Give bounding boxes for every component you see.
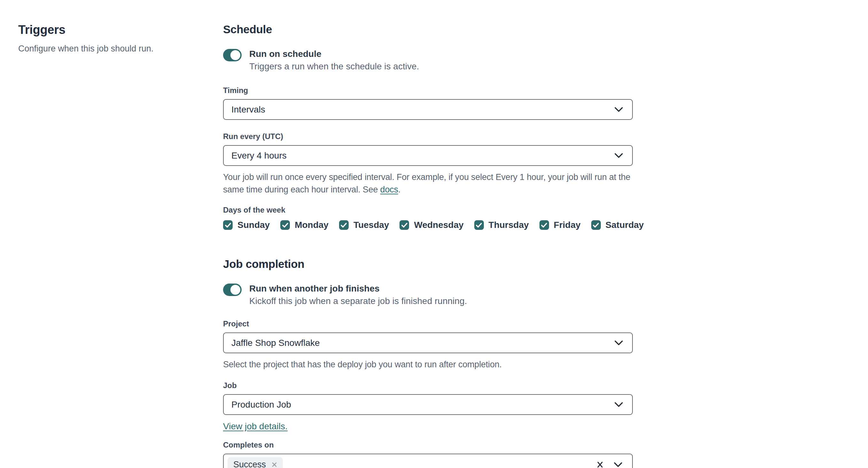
check-icon <box>593 223 598 227</box>
view-job-details-link[interactable]: View job details. <box>223 421 288 432</box>
run-when-job-finishes-label: Run when another job finishes <box>249 283 467 294</box>
run-when-job-finishes-row: Run when another job finishes Kickoff th… <box>223 283 633 307</box>
day-label: Friday <box>554 220 581 230</box>
help-text-before: Your job will run once every specified i… <box>223 172 630 194</box>
days-of-week-field: Days of the week Sunday Monday <box>223 206 633 230</box>
schedule-section: Schedule Run on schedule Triggers a run … <box>223 23 633 230</box>
timing-select[interactable]: Intervals <box>223 99 633 120</box>
check-icon <box>542 223 547 227</box>
day-label: Saturday <box>606 220 644 230</box>
job-completion-section: Job completion Run when another job fini… <box>223 258 633 468</box>
completes-on-multiselect[interactable]: Success <box>223 454 633 468</box>
day-option-wednesday: Wednesday <box>400 220 463 230</box>
job-field: Job Production Job View job details. <box>223 381 633 432</box>
section-intro: Triggers Configure when this job should … <box>0 23 223 468</box>
remove-tag-icon[interactable] <box>272 462 277 467</box>
chevron-down-icon[interactable] <box>614 153 623 158</box>
run-every-field: Run every (UTC) Every 4 hours Your job w… <box>223 132 633 196</box>
docs-link[interactable]: docs <box>380 185 398 194</box>
job-completion-heading: Job completion <box>223 258 633 271</box>
checkbox-wednesday[interactable] <box>400 220 409 230</box>
check-icon <box>476 223 481 227</box>
run-on-schedule-row: Run on schedule Triggers a run when the … <box>223 49 633 72</box>
run-every-select-value: Every 4 hours <box>231 151 287 161</box>
day-option-thursday: Thursday <box>474 220 529 230</box>
help-text-after: . <box>398 185 400 194</box>
chevron-down-icon[interactable] <box>614 340 623 346</box>
days-of-week-row: Sunday Monday Tuesday <box>223 220 633 230</box>
chevron-down-icon[interactable] <box>614 402 623 407</box>
checkbox-saturday[interactable] <box>591 220 601 230</box>
project-field: Project Jaffle Shop Snowflake Select the… <box>223 319 633 371</box>
day-label: Sunday <box>238 220 270 230</box>
run-every-label: Run every (UTC) <box>223 132 633 141</box>
day-label: Monday <box>294 220 329 230</box>
completes-on-tag-success: Success <box>227 457 283 468</box>
day-option-monday: Monday <box>280 220 329 230</box>
day-option-tuesday: Tuesday <box>339 220 389 230</box>
completes-on-field: Completes on Success <box>223 440 633 468</box>
job-label: Job <box>223 381 633 390</box>
toggle-knob <box>230 50 240 60</box>
project-help-text: Select the project that has the deploy j… <box>223 358 633 371</box>
triggers-form: Schedule Run on schedule Triggers a run … <box>223 23 633 468</box>
run-every-select[interactable]: Every 4 hours <box>223 145 633 166</box>
run-when-job-finishes-text: Run when another job finishes Kickoff th… <box>249 283 467 307</box>
timing-select-value: Intervals <box>231 104 265 115</box>
chevron-down-icon[interactable] <box>614 462 623 467</box>
check-icon <box>341 223 346 227</box>
check-icon <box>226 223 230 227</box>
checkbox-sunday[interactable] <box>223 220 232 230</box>
day-option-saturday: Saturday <box>591 220 644 230</box>
page-subtitle: Configure when this job should run. <box>18 44 223 54</box>
run-when-job-finishes-toggle[interactable] <box>223 284 242 296</box>
job-select[interactable]: Production Job <box>223 394 633 415</box>
day-option-sunday: Sunday <box>223 220 270 230</box>
project-label: Project <box>223 319 633 328</box>
checkbox-friday[interactable] <box>539 220 549 230</box>
day-label: Thursday <box>489 220 529 230</box>
checkbox-tuesday[interactable] <box>339 220 349 230</box>
job-select-value: Production Job <box>231 400 291 410</box>
day-option-friday: Friday <box>539 220 581 230</box>
page-title: Triggers <box>18 23 223 37</box>
run-on-schedule-text: Run on schedule Triggers a run when the … <box>249 49 419 72</box>
checkbox-monday[interactable] <box>280 220 290 230</box>
clear-selection-icon[interactable] <box>597 461 603 468</box>
check-icon <box>402 223 407 227</box>
run-on-schedule-description: Triggers a run when the schedule is acti… <box>249 61 419 72</box>
day-label: Wednesday <box>414 220 463 230</box>
project-select[interactable]: Jaffle Shop Snowflake <box>223 333 633 353</box>
run-on-schedule-label: Run on schedule <box>249 49 419 59</box>
schedule-heading: Schedule <box>223 23 633 36</box>
chevron-down-icon[interactable] <box>614 107 623 112</box>
tag-label: Success <box>233 460 266 468</box>
day-label: Tuesday <box>353 220 389 230</box>
completes-on-label: Completes on <box>223 440 633 449</box>
timing-label: Timing <box>223 86 633 95</box>
project-select-value: Jaffle Shop Snowflake <box>231 338 320 348</box>
run-on-schedule-toggle[interactable] <box>223 49 242 61</box>
days-of-week-label: Days of the week <box>223 206 633 215</box>
checkbox-thursday[interactable] <box>474 220 484 230</box>
timing-field: Timing Intervals <box>223 86 633 120</box>
multiselect-controls <box>597 461 623 468</box>
run-every-help-text: Your job will run once every specified i… <box>223 171 633 196</box>
triggers-settings-page: Triggers Configure when this job should … <box>0 0 868 468</box>
run-when-job-finishes-description: Kickoff this job when a separate job is … <box>249 296 467 307</box>
toggle-knob <box>230 285 240 295</box>
check-icon <box>283 223 288 227</box>
